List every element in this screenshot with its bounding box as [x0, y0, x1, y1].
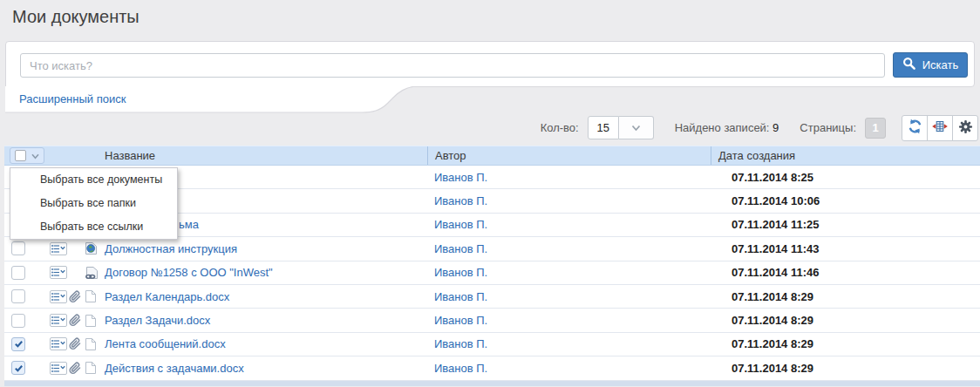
table-tools: [902, 115, 978, 141]
menu-item[interactable]: Выбрать все папки: [10, 192, 177, 215]
row-checkbox[interactable]: [11, 241, 25, 255]
creation-date: 07.11.2014 8:29: [711, 314, 980, 327]
menu-item[interactable]: Выбрать все документы: [10, 168, 177, 192]
search-icon: [902, 57, 916, 73]
advanced-search-link[interactable]: Расширенный поиск: [19, 92, 126, 105]
refresh-icon: [907, 119, 923, 137]
link-doc-icon: [85, 266, 99, 280]
doc-icon: [85, 289, 97, 303]
creation-date: 07.11.2014 11:43: [711, 242, 980, 255]
globe-doc-icon: [85, 241, 98, 255]
chevron-down-icon: [631, 121, 641, 134]
document-link[interactable]: Договор №1258 с ООО "InWest": [105, 266, 273, 279]
row-checkbox[interactable]: [11, 289, 25, 303]
author-link[interactable]: Иванов П.: [434, 314, 487, 327]
table-row: Раздел Календарь.docx Иванов П. 07.11.20…: [4, 285, 980, 309]
creation-date: 07.11.2014 11:46: [711, 266, 980, 279]
creation-date: 07.11.2014 8:29: [711, 337, 980, 350]
author-link[interactable]: Иванов П.: [434, 242, 487, 255]
row-checkbox[interactable]: [11, 361, 25, 375]
page-title: Мои документы: [12, 7, 140, 27]
row-actions-button[interactable]: [50, 290, 67, 303]
doc-icon: [85, 314, 97, 328]
table-row: Раздел Задачи.docx Иванов П. 07.11.2014 …: [4, 309, 980, 332]
found-value: 9: [772, 121, 779, 134]
row-actions-button[interactable]: [50, 314, 67, 327]
found-records: Найдено записей: 9: [675, 121, 779, 134]
attachment-icon: [69, 362, 81, 375]
page-size-select[interactable]: 15: [588, 116, 654, 139]
table-row: Лента сообщений.docx Иванов П. 07.11.201…: [4, 333, 980, 356]
row-checkbox[interactable]: [11, 266, 25, 280]
column-header-date[interactable]: Дата создания: [711, 146, 980, 165]
author-link[interactable]: Иванов П.: [434, 290, 487, 303]
author-link[interactable]: Иванов П.: [434, 266, 487, 279]
select-all-dropdown-menu: Выбрать все документыВыбрать все папкиВы…: [10, 167, 178, 240]
attachment-icon: [69, 314, 81, 327]
select-all-button[interactable]: [10, 147, 44, 164]
search-panel: Искать: [5, 41, 975, 87]
page-size-chevron-button[interactable]: [619, 116, 654, 139]
page-size-value: 15: [588, 116, 619, 139]
document-link[interactable]: Лента сообщений.docx: [105, 337, 226, 350]
page-number-button[interactable]: 1: [865, 118, 886, 139]
my-documents-page: Мои документы Искать Расширенный поиск К…: [0, 0, 980, 387]
row-checkbox[interactable]: [11, 314, 25, 328]
table-bottom-scroll-track[interactable]: [4, 381, 980, 386]
count-label: Кол-во:: [541, 121, 579, 134]
document-link[interactable]: Раздел Задачи.docx: [105, 314, 210, 327]
document-link[interactable]: Должностная инструкция: [105, 242, 237, 255]
menu-item[interactable]: Выбрать все ссылки: [10, 215, 177, 239]
creation-date: 07.11.2014 11:25: [711, 218, 980, 231]
table-row: Действия с задачами.docx Иванов П. 07.11…: [4, 356, 980, 380]
refresh-button[interactable]: [902, 115, 928, 141]
row-actions-button[interactable]: [50, 362, 67, 375]
doc-icon: [85, 361, 97, 375]
table-row: Договор №1258 с ООО "InWest" Иванов П. 0…: [4, 261, 980, 285]
row-checkbox[interactable]: [11, 337, 25, 351]
results-toolbar: Кол-во: 15 Найдено записей: 9 Страницы: …: [0, 114, 978, 141]
search-button[interactable]: Искать: [893, 52, 968, 78]
attachment-icon: [69, 337, 81, 350]
search-button-label: Искать: [922, 58, 959, 71]
table-row: Должностная инструкция Иванов П. 07.11.2…: [4, 237, 980, 261]
creation-date: 07.11.2014 8:29: [711, 362, 980, 375]
select-all-checkbox[interactable]: [15, 150, 26, 161]
creation-date: 07.11.2014 10:06: [711, 194, 980, 207]
search-input[interactable]: [20, 53, 885, 78]
author-link[interactable]: Иванов П.: [434, 194, 487, 207]
chevron-down-icon: [31, 149, 39, 162]
doc-icon: [85, 337, 97, 351]
attachment-icon: [69, 290, 81, 303]
document-link[interactable]: Действия с задачами.docx: [105, 362, 244, 375]
author-link[interactable]: Иванов П.: [434, 218, 487, 231]
found-label: Найдено записей:: [675, 121, 770, 134]
author-link[interactable]: Иванов П.: [434, 337, 487, 350]
document-link[interactable]: ьма: [179, 218, 199, 231]
document-link[interactable]: Раздел Календарь.docx: [105, 290, 229, 303]
table-header: Название Автор Дата создания: [4, 146, 980, 166]
column-width-icon: [932, 119, 948, 137]
row-actions-button[interactable]: [50, 242, 67, 255]
column-width-button[interactable]: [927, 115, 953, 141]
author-link[interactable]: Иванов П.: [434, 171, 487, 184]
creation-date: 07.11.2014 8:25: [711, 171, 980, 184]
row-actions-button[interactable]: [50, 266, 67, 279]
gear-icon: [958, 119, 973, 137]
gear-button[interactable]: [952, 115, 978, 141]
pages-label: Страницы:: [800, 121, 856, 134]
row-actions-button[interactable]: [50, 337, 67, 350]
column-header-name[interactable]: Название: [102, 149, 427, 162]
author-link[interactable]: Иванов П.: [434, 362, 487, 375]
column-header-author[interactable]: Автор: [427, 146, 711, 165]
creation-date: 07.11.2014 8:29: [711, 290, 980, 303]
